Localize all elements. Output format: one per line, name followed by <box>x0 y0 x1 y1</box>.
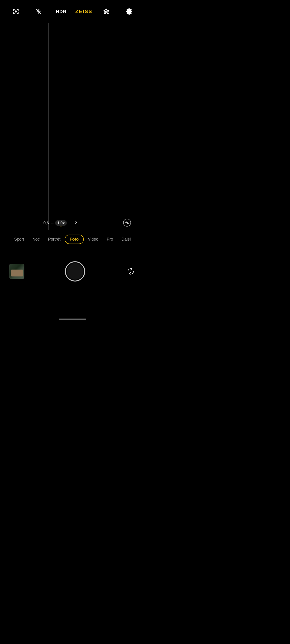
mode-portret[interactable]: Portrét <box>44 234 65 244</box>
svg-point-6 <box>126 222 128 223</box>
gallery-thumb-desk <box>11 270 23 276</box>
grid-line-h1 <box>0 92 145 92</box>
zoom-2[interactable]: 2 <box>72 221 80 226</box>
settings-icon[interactable] <box>124 6 134 16</box>
bottom-controls <box>0 248 145 294</box>
mode-sport[interactable]: Sport <box>10 234 28 244</box>
mode-dalsi[interactable]: Další <box>117 234 135 244</box>
home-indicator <box>59 318 86 320</box>
flash-off-icon[interactable] <box>33 6 44 16</box>
ai-lens-icon[interactable] <box>123 218 131 228</box>
zoom-dots-1: ··· <box>51 222 54 224</box>
macro-icon[interactable] <box>101 6 111 16</box>
zoom-1x[interactable]: 1,0x <box>55 220 67 226</box>
top-toolbar: HDR ZEISS <box>0 0 145 23</box>
zoom-1x-wrapper[interactable]: 1,0x <box>55 221 67 226</box>
zoom-06[interactable]: 0,6 <box>42 221 50 226</box>
shutter-inner <box>67 263 83 280</box>
flip-camera-button[interactable] <box>126 266 136 276</box>
svg-point-0 <box>15 11 17 12</box>
mode-foto[interactable]: Foto <box>65 234 84 244</box>
grid-line-v2 <box>97 23 97 230</box>
zeiss-label: ZEISS <box>79 6 89 16</box>
gallery-thumb-image <box>10 264 24 279</box>
grid-line-v1 <box>48 23 49 230</box>
zoom-dot-indicator <box>61 226 62 227</box>
mode-pro[interactable]: Pro <box>102 234 117 244</box>
grid-lines <box>0 23 145 230</box>
mode-noc[interactable]: Noc <box>28 234 44 244</box>
gallery-thumbnail[interactable] <box>9 264 25 279</box>
viewfinder[interactable]: 0,6 ··· 1,0x ··· 2 <box>0 23 145 230</box>
mode-video[interactable]: Video <box>84 234 103 244</box>
hdr-button[interactable]: HDR <box>56 6 66 16</box>
shutter-button[interactable] <box>65 261 85 282</box>
screenshot-icon[interactable] <box>11 6 21 16</box>
mode-tabs: Sport Noc Portrét Foto Video Pro Další <box>0 230 145 248</box>
zoom-dots-2: ··· <box>68 222 71 224</box>
grid-line-h2 <box>0 161 145 161</box>
